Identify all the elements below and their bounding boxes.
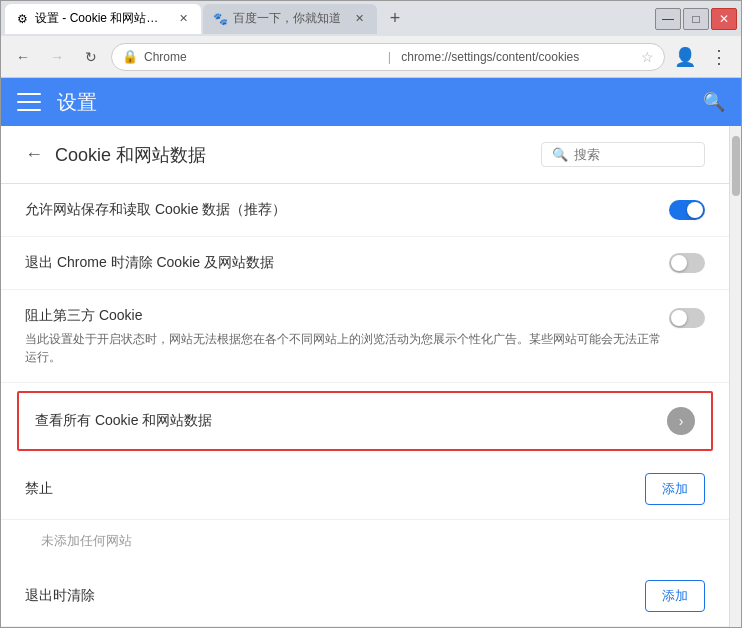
- minimize-button[interactable]: —: [655, 8, 681, 30]
- settings-search-box[interactable]: 🔍: [541, 142, 705, 167]
- tab-settings-close[interactable]: ✕: [175, 11, 191, 27]
- block-third-party-sublabel: 当此设置处于开启状态时，网站无法根据您在各个不同网站上的浏览活动为您展示个性化广…: [25, 330, 669, 366]
- hamburger-line-3: [17, 109, 41, 111]
- omnibox-bar: ← → ↻ 🔒 Chrome | chrome://settings/conte…: [1, 36, 741, 78]
- address-bar[interactable]: 🔒 Chrome | chrome://settings/content/coo…: [111, 43, 665, 71]
- url-chrome-label: Chrome: [144, 50, 378, 64]
- scrollbar-track[interactable]: [729, 126, 741, 627]
- tab-baidu[interactable]: 🐾 百度一下，你就知道 ✕: [203, 4, 377, 34]
- baidu-tab-icon: 🐾: [213, 12, 227, 26]
- clear-on-exit-section-header: 退出时清除 添加: [1, 566, 729, 627]
- header-search-icon[interactable]: 🔍: [703, 91, 725, 113]
- bookmark-icon[interactable]: ☆: [641, 49, 654, 65]
- profile-button[interactable]: 👤: [671, 43, 699, 71]
- view-all-cookies-chevron[interactable]: ›: [667, 407, 695, 435]
- tab-settings[interactable]: ⚙ 设置 - Cookie 和网站数据 ✕: [5, 4, 201, 34]
- view-all-cookies-item[interactable]: 查看所有 Cookie 和网站数据 ›: [17, 391, 713, 451]
- content-area: ← Cookie 和网站数据 🔍 允许网站保存和读取 Cookie 数据（推荐）…: [1, 126, 741, 627]
- browser-window: ⚙ 设置 - Cookie 和网站数据 ✕ 🐾 百度一下，你就知道 ✕ + — …: [0, 0, 742, 628]
- settings-search-input[interactable]: [574, 147, 694, 162]
- tab-baidu-close[interactable]: ✕: [351, 11, 367, 27]
- hamburger-line-2: [17, 101, 41, 103]
- settings-content: ← Cookie 和网站数据 🔍 允许网站保存和读取 Cookie 数据（推荐）…: [1, 126, 729, 627]
- clear-on-exit-toggle-knob: [671, 255, 687, 271]
- forward-button[interactable]: →: [43, 43, 71, 71]
- maximize-button[interactable]: □: [683, 8, 709, 30]
- app-title: 设置: [57, 89, 703, 116]
- settings-search-icon: 🔍: [552, 147, 568, 162]
- block-section-title: 禁止: [25, 480, 645, 498]
- settings-page-title: Cookie 和网站数据: [55, 143, 529, 167]
- url-path: chrome://settings/content/cookies: [401, 50, 635, 64]
- hamburger-menu-button[interactable]: [17, 90, 41, 114]
- url-separator: |: [388, 49, 391, 64]
- block-add-button[interactable]: 添加: [645, 473, 705, 505]
- tab-settings-label: 设置 - Cookie 和网站数据: [35, 10, 165, 27]
- clear-on-exit-label: 退出 Chrome 时清除 Cookie 及网站数据: [25, 253, 669, 273]
- settings-back-button[interactable]: ←: [25, 144, 43, 165]
- settings-page-header: ← Cookie 和网站数据 🔍: [1, 126, 729, 184]
- window-controls: — □ ✕: [655, 8, 737, 30]
- block-third-party-label: 阻止第三方 Cookie 当此设置处于开启状态时，网站无法根据您在各个不同网站上…: [25, 306, 669, 366]
- settings-tab-icon: ⚙: [15, 12, 29, 26]
- title-bar: ⚙ 设置 - Cookie 和网站数据 ✕ 🐾 百度一下，你就知道 ✕ + — …: [1, 1, 741, 36]
- clear-on-exit-toggle[interactable]: [669, 253, 705, 273]
- block-third-party-title: 阻止第三方 Cookie: [25, 306, 669, 326]
- hamburger-line-1: [17, 93, 41, 95]
- clear-on-exit-item: 退出 Chrome 时清除 Cookie 及网站数据: [1, 237, 729, 290]
- allow-cookies-item: 允许网站保存和读取 Cookie 数据（推荐）: [1, 184, 729, 237]
- block-third-party-item: 阻止第三方 Cookie 当此设置处于开启状态时，网站无法根据您在各个不同网站上…: [1, 290, 729, 383]
- new-tab-button[interactable]: +: [381, 5, 409, 33]
- app-header: 设置 🔍: [1, 78, 741, 126]
- block-third-party-toggle-knob: [671, 310, 687, 326]
- back-button[interactable]: ←: [9, 43, 37, 71]
- view-all-cookies-label: 查看所有 Cookie 和网站数据: [35, 411, 667, 431]
- close-button[interactable]: ✕: [711, 8, 737, 30]
- block-empty-label: 未添加任何网站: [1, 520, 729, 566]
- allow-cookies-toggle-knob: [687, 202, 703, 218]
- block-section-header: 禁止 添加: [1, 459, 729, 520]
- allow-cookies-toggle[interactable]: [669, 200, 705, 220]
- more-menu-button[interactable]: ⋮: [705, 43, 733, 71]
- block-third-party-toggle[interactable]: [669, 308, 705, 328]
- tab-baidu-label: 百度一下，你就知道: [233, 10, 341, 27]
- scrollbar-thumb[interactable]: [732, 136, 740, 196]
- secure-icon: 🔒: [122, 49, 138, 64]
- allow-cookies-label: 允许网站保存和读取 Cookie 数据（推荐）: [25, 200, 669, 220]
- clear-on-exit-section-title: 退出时清除: [25, 587, 645, 605]
- reload-button[interactable]: ↻: [77, 43, 105, 71]
- clear-on-exit-add-button[interactable]: 添加: [645, 580, 705, 612]
